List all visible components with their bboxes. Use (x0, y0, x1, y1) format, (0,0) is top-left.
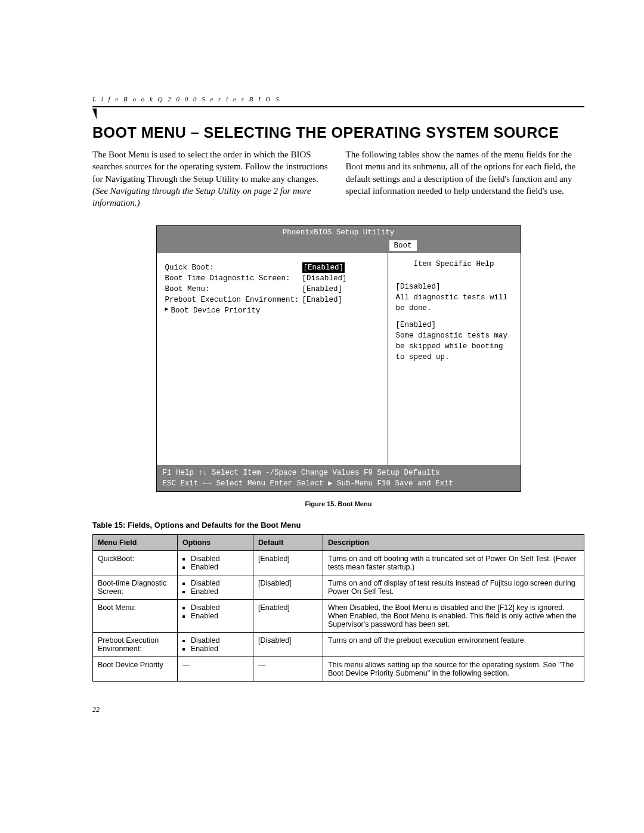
bios-footer: F1 Help ↑↓ Select Item -/Space Change Va… (157, 465, 521, 491)
bios-row-label: Boot Menu: (165, 284, 302, 295)
bios-footer-l2: ESC Exit ←→ Select Menu Enter Select ▶ S… (163, 478, 515, 489)
bios-help-title: Item Specific Help (396, 259, 512, 270)
page-number: 22 (92, 705, 584, 714)
table-row: Boot Device Priority——This menu allows s… (93, 657, 584, 681)
bios-footer-l1: F1 Help ↑↓ Select Item -/Space Change Va… (163, 467, 515, 478)
table-row: Preboot Execution Environment:DisabledEn… (93, 632, 584, 657)
bios-row-value: [Enabled] (302, 284, 343, 295)
bios-left-pane: Quick Boot:[Enabled] Boot Time Diagnosti… (157, 253, 388, 465)
bios-help-pane: Item Specific Help [Disabled]All diagnos… (388, 253, 521, 465)
th-description: Description (323, 534, 584, 550)
table-row: Boot Menu:DisabledEnabled[Enabled]When D… (93, 599, 584, 632)
fields-table: Menu Field Options Default Description Q… (92, 534, 584, 682)
bios-row-label: Preboot Execution Environment: (165, 295, 302, 305)
bios-row-value: [Disabled] (302, 273, 347, 284)
intro-col-1b: (See Navigating through the Setup Utilit… (92, 186, 311, 208)
header-rule (92, 106, 584, 107)
header-accent (92, 109, 97, 119)
figure-caption: Figure 15. Boot Menu (92, 500, 584, 507)
bios-tab-boot: Boot (389, 240, 417, 251)
bios-submenu-row: Boot Device Priority (165, 305, 379, 316)
bios-row-label: Boot Time Diagnostic Screen: (165, 273, 302, 284)
th-default: Default (253, 534, 323, 550)
bios-help-2: [Enabled] (396, 321, 436, 329)
intro-col-1a: The Boot Menu is used to select the orde… (92, 150, 328, 184)
page-title: BOOT MENU – SELECTING THE OPERATING SYST… (92, 124, 584, 141)
bios-row-value-selected: [Enabled] (302, 262, 345, 273)
bios-screenshot: PhoenixBIOS Setup Utility Boot Quick Boo… (156, 225, 521, 492)
running-head: L i f e B o o k Q 2 0 0 0 S e r i e s B … (92, 95, 584, 103)
intro-col-1: The Boot Menu is used to select the orde… (92, 148, 332, 209)
bios-help-1: [Disabled] (396, 283, 441, 291)
bios-help-1b: All diagnostic tests will be done. (396, 293, 508, 312)
th-menu-field: Menu Field (93, 534, 178, 550)
intro-col-2: The following tables show the names of t… (346, 148, 585, 209)
table-caption: Table 15: Fields, Options and Defaults f… (92, 521, 584, 529)
table-row: QuickBoot:DisabledEnabled[Enabled]Turns … (93, 550, 584, 575)
bios-title: PhoenixBIOS Setup Utility (157, 226, 521, 239)
table-row: Boot-time Diagnostic Screen:DisabledEnab… (93, 575, 584, 599)
bios-row-label: Quick Boot: (165, 262, 302, 273)
th-options: Options (178, 534, 253, 550)
bios-help-2b: Some diagnostic tests may be skipped whi… (396, 332, 508, 361)
bios-tabs: Boot (157, 239, 521, 252)
bios-row-value: [Enabled] (302, 295, 343, 305)
intro-columns: The Boot Menu is used to select the orde… (92, 148, 584, 209)
